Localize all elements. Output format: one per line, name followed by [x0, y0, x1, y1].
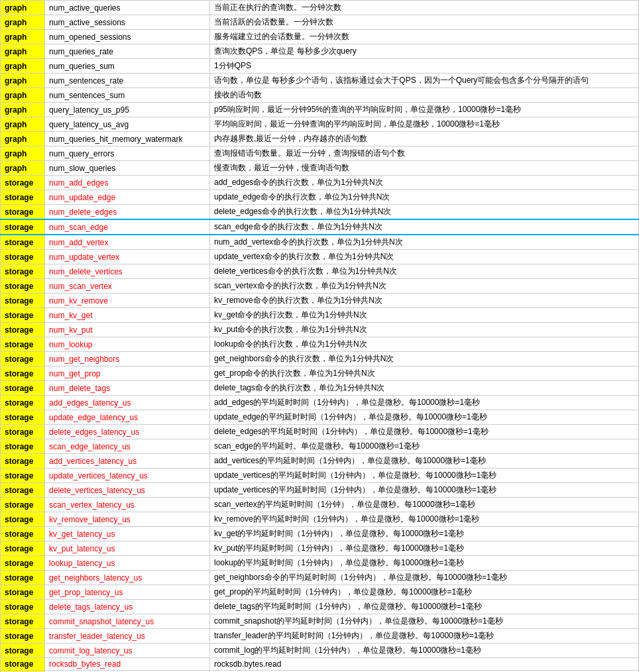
desc-cell: 语句数，单位是 每秒多少个语句，该指标通过会大于QPS，因为一个Query可能会… — [209, 74, 638, 88]
metric-name-cell: add_edges_latency_us — [45, 396, 210, 410]
metric-name-cell: num_kv_remove — [45, 294, 210, 308]
type-cell: storage — [1, 205, 45, 220]
type-cell: storage — [1, 235, 45, 250]
metric-name-cell: num_opened_sessions — [45, 30, 210, 44]
desc-cell: kv_get的平均延时时间（1分钟内），单位是微秒。每10000微秒=1毫秒 — [209, 527, 638, 541]
desc-cell: num_add_vertex命令的执行次数，单位为1分钟共N次 — [209, 235, 638, 250]
desc-cell: transfer_leader的平均延时时间（1分钟内），单位是微秒。每1000… — [209, 629, 638, 644]
desc-cell: update_edge的平均延时时间（1分钟内），单位是微秒。每10000微秒=… — [209, 410, 638, 425]
type-cell: graph — [1, 117, 45, 132]
type-cell: storage — [1, 176, 45, 190]
desc-cell: rocksdb.bytes.read — [209, 658, 638, 671]
metric-name-cell: transfer_leader_latency_us — [45, 629, 210, 644]
type-cell: graph — [1, 1, 45, 15]
type-cell: storage — [1, 600, 45, 614]
metric-name-cell: num_sentences_sum — [45, 88, 210, 103]
type-cell: storage — [1, 352, 45, 366]
metric-name-cell: lookup_latency_us — [45, 556, 210, 571]
metric-name-cell: delete_tags_latency_us — [45, 600, 210, 614]
metric-name-cell: num_active_sessions — [45, 15, 210, 30]
type-cell: storage — [1, 366, 45, 381]
desc-cell: lookup的平均延时时间（1分钟内），单位是微秒。每10000微秒=1毫秒 — [209, 556, 638, 571]
type-cell: graph — [1, 88, 45, 103]
desc-cell: 接收的语句数 — [209, 88, 638, 103]
desc-cell: 当前活跃的会话数量。一分钟次数 — [209, 15, 638, 30]
type-cell: storage — [1, 454, 45, 469]
metrics-table: graphnum_active_queries当前正在执行的查询数。一分钟次数g… — [0, 0, 639, 672]
type-cell: graph — [1, 30, 45, 44]
type-cell: storage — [1, 294, 45, 308]
metric-name-cell: num_query_errors — [45, 146, 210, 161]
type-cell: storage — [1, 219, 45, 235]
type-cell: storage — [1, 498, 45, 512]
type-cell: graph — [1, 132, 45, 146]
desc-cell: delete_edges的平均延时时间（1分钟内），单位是微秒。每10000微秒… — [209, 425, 638, 439]
type-cell: storage — [1, 644, 45, 658]
desc-cell: add_edges的平均延时时间（1分钟内），单位是微秒。每10000微秒=1毫… — [209, 396, 638, 410]
metric-name-cell: get_prop_latency_us — [45, 585, 210, 600]
metric-name-cell: update_edge_latency_us — [45, 410, 210, 425]
desc-cell: update_edge命令的执行次数，单位为1分钟共N次 — [209, 190, 638, 205]
desc-cell: scan_edge命令的执行次数，单位为1分钟共N次 — [209, 219, 638, 235]
desc-cell: scan_vertex命令的执行次数，单位为1分钟共N次 — [209, 279, 638, 294]
type-cell: storage — [1, 439, 45, 454]
type-cell: storage — [1, 264, 45, 279]
metric-name-cell: delete_vertices_latency_us — [45, 483, 210, 498]
metric-name-cell: update_vertices_latency_us — [45, 469, 210, 483]
type-cell: storage — [1, 410, 45, 425]
type-cell: storage — [1, 469, 45, 483]
type-cell: graph — [1, 15, 45, 30]
type-cell: storage — [1, 541, 45, 556]
type-cell: storage — [1, 658, 45, 671]
desc-cell: 服务端建立过的会话数量。一分钟次数 — [209, 30, 638, 44]
metric-name-cell: num_queries_rate — [45, 44, 210, 59]
type-cell: graph — [1, 59, 45, 74]
desc-cell: update_vertices的平均延时时间（1分钟内），单位是微秒。每1000… — [209, 483, 638, 498]
desc-cell: scan_vertex的平均延时时间（1分钟），单位是微秒。每10000微秒=1… — [209, 498, 638, 512]
desc-cell: kv_get命令的执行次数，单位为1分钟共N次 — [209, 308, 638, 323]
desc-cell: 查询次数QPS，单位是 每秒多少次query — [209, 44, 638, 59]
metric-name-cell: query_latency_us_p95 — [45, 103, 210, 117]
desc-cell: 1分钟QPS — [209, 59, 638, 74]
desc-cell: update_vertex命令的执行次数，单位为1分钟共N次 — [209, 250, 638, 264]
metric-name-cell: num_scan_edge — [45, 219, 210, 235]
metric-name-cell: num_kv_get — [45, 308, 210, 323]
type-cell: graph — [1, 146, 45, 161]
type-cell: storage — [1, 571, 45, 585]
desc-cell: 内存越界数,最近一分钟，内存越亦的语句数 — [209, 132, 638, 146]
type-cell: storage — [1, 337, 45, 352]
metric-name-cell: scan_vertex_latency_us — [45, 498, 210, 512]
metric-name-cell: num_delete_edges — [45, 205, 210, 220]
type-cell: graph — [1, 103, 45, 117]
desc-cell: commit_snapshot的平均延时时间（1分钟内），单位是微秒。每1000… — [209, 614, 638, 629]
type-cell: graph — [1, 74, 45, 88]
metric-name-cell: commit_snapshot_latency_us — [45, 614, 210, 629]
metric-name-cell: kv_put_latency_us — [45, 541, 210, 556]
type-cell: storage — [1, 279, 45, 294]
metric-name-cell: num_delete_vertices — [45, 264, 210, 279]
metric-name-cell: kv_remove_latency_us — [45, 512, 210, 527]
type-cell: storage — [1, 308, 45, 323]
desc-cell: update_vertices的平均延时时间（1分钟内），单位是微秒。每1000… — [209, 469, 638, 483]
desc-cell: get_prop命令的执行次数，单位为1分钟共N次 — [209, 366, 638, 381]
metric-name-cell: num_scan_vertex — [45, 279, 210, 294]
type-cell: graph — [1, 161, 45, 176]
metric-name-cell: num_get_prop — [45, 366, 210, 381]
metric-name-cell: commit_log_latency_us — [45, 644, 210, 658]
metric-name-cell: num_update_edge — [45, 190, 210, 205]
metric-name-cell: num_add_vertex — [45, 235, 210, 250]
desc-cell: get_neighbors命令的平均延时时间（1分钟内），单位是微秒。每1000… — [209, 571, 638, 585]
metric-name-cell: num_delete_tags — [45, 381, 210, 396]
desc-cell: scan_edge的平均延时。单位是微秒。每10000微秒=1毫秒 — [209, 439, 638, 454]
type-cell: storage — [1, 190, 45, 205]
metric-name-cell: delete_edges_latency_us — [45, 425, 210, 439]
desc-cell: delete_tags命令的执行次数，单位为1分钟共N次 — [209, 381, 638, 396]
desc-cell: add_edges命令的执行次数，单位为1分钟共N次 — [209, 176, 638, 190]
metric-name-cell: get_neighbors_latency_us — [45, 571, 210, 585]
metric-name-cell: num_add_edges — [45, 176, 210, 190]
desc-cell: add_vertices的平均延时时间（1分钟内），单位是微秒。每10000微秒… — [209, 454, 638, 469]
metric-name-cell: num_kv_put — [45, 323, 210, 337]
desc-cell: delete_edges命令的执行次数，单位为1分钟共N次 — [209, 205, 638, 220]
type-cell: storage — [1, 425, 45, 439]
metric-name-cell: add_vertices_latency_us — [45, 454, 210, 469]
